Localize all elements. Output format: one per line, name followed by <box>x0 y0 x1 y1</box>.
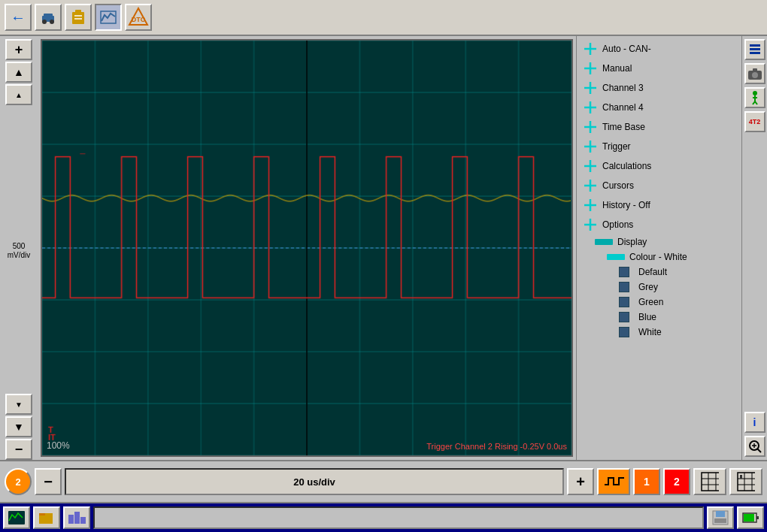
minus-button[interactable]: − <box>35 468 62 495</box>
channel2-button[interactable]: 2 <box>663 468 690 495</box>
cursors-icon <box>583 178 598 193</box>
menu-cursors[interactable]: Cursors <box>577 176 741 195</box>
save-button[interactable] <box>707 506 734 529</box>
scale-label: 500 mV/div <box>8 242 31 260</box>
menu-calculations[interactable]: Calculations <box>577 156 741 176</box>
svg-rect-66 <box>716 511 725 517</box>
grey-label: Grey <box>638 282 658 292</box>
plus-button[interactable]: + <box>567 468 594 495</box>
clipboard-button[interactable] <box>65 4 92 31</box>
svg-rect-35 <box>750 52 760 54</box>
zoom-minus-button[interactable]: − <box>5 439 32 460</box>
channel-select-button[interactable]: 4T2 <box>744 111 765 132</box>
history-label: History - Off <box>602 200 650 210</box>
menu-options[interactable]: Options <box>577 215 741 234</box>
green-label: Green <box>638 297 663 307</box>
grid-button[interactable] <box>693 468 726 495</box>
trigger-status: Trigger Channel 2 Rising -0.25V 0.0us <box>426 442 567 451</box>
channel4-label: Channel 4 <box>602 102 644 113</box>
taskbar-right-buttons <box>707 506 764 529</box>
svg-line-42 <box>755 101 757 104</box>
list-view-button[interactable] <box>744 39 765 60</box>
default-label: Default <box>638 267 667 277</box>
dtc-button[interactable]: DTC <box>125 4 152 31</box>
menu-channel3[interactable]: Channel 3 <box>577 78 741 98</box>
zoom-plus-button[interactable]: + <box>5 39 32 60</box>
wave-display-button[interactable] <box>597 468 630 495</box>
figure-button[interactable] <box>744 87 765 108</box>
svg-rect-34 <box>750 48 760 50</box>
menu-history[interactable]: History - Off <box>577 195 741 215</box>
chart-button[interactable] <box>95 4 122 31</box>
svg-rect-38 <box>753 68 757 71</box>
svg-point-2 <box>42 20 47 24</box>
scroll-up-button[interactable]: ▲ <box>5 62 32 83</box>
green-color-icon <box>619 297 629 307</box>
svg-rect-58 <box>740 475 742 479</box>
svg-point-3 <box>50 20 54 24</box>
trigger-icon <box>583 139 598 154</box>
taskbar-files-button[interactable] <box>33 506 60 529</box>
svg-rect-61 <box>39 513 45 515</box>
info-button[interactable]: i <box>744 412 765 433</box>
svg-point-37 <box>752 72 758 78</box>
zoom-indicator: 100% <box>47 440 70 451</box>
taskbar-spacer <box>93 506 704 529</box>
taskbar-data-button[interactable] <box>63 506 90 529</box>
default-color-icon <box>619 267 629 277</box>
channel-zero-button[interactable]: 2 <box>5 468 32 495</box>
menu-auto-can[interactable]: Auto - CAN- <box>577 39 741 59</box>
display-icon <box>595 237 613 246</box>
channel4-icon <box>583 100 598 115</box>
menu-manual[interactable]: Manual <box>577 59 741 78</box>
manual-label: Manual <box>602 63 632 74</box>
menu-trigger[interactable]: Trigger <box>577 137 741 156</box>
scroll-down-button[interactable]: ▼ <box>5 416 32 437</box>
time-per-div-display: 20 us/div <box>65 468 564 495</box>
options-icon <box>583 217 598 232</box>
right-menu-panel: Auto - CAN- Manual Channel 3 Channel 4 T… <box>576 36 741 460</box>
menu-white[interactable]: White <box>577 325 741 340</box>
menu-green[interactable]: Green <box>577 295 741 310</box>
taskbar <box>0 502 767 532</box>
timebase-icon <box>583 119 598 135</box>
menu-grey[interactable]: Grey <box>577 280 741 295</box>
scope-canvas <box>41 39 573 457</box>
car-button[interactable] <box>35 4 62 31</box>
white-label: White <box>638 327 662 337</box>
manual-icon <box>583 61 598 76</box>
scope-wrapper: 100% Trigger Channel 2 Rising -0.25V 0.0… <box>41 39 573 457</box>
camera-button[interactable] <box>744 63 765 84</box>
menu-channel4[interactable]: Channel 4 <box>577 98 741 117</box>
svg-rect-48 <box>702 473 719 491</box>
svg-rect-63 <box>74 512 80 524</box>
menu-blue[interactable]: Blue <box>577 310 741 325</box>
auto-can-icon <box>583 41 598 56</box>
svg-rect-64 <box>80 517 86 524</box>
history-icon <box>583 198 598 213</box>
menu-colour-white[interactable]: Colour - White <box>577 249 741 264</box>
menu-timebase[interactable]: Time Base <box>577 117 741 137</box>
menu-display[interactable]: Display <box>577 234 741 249</box>
zoom-button[interactable] <box>744 436 765 457</box>
display-label: Display <box>617 237 647 247</box>
svg-rect-67 <box>714 518 726 523</box>
svg-rect-33 <box>750 44 760 47</box>
settings-button[interactable] <box>729 468 762 495</box>
svg-point-39 <box>753 91 757 95</box>
svg-text:DTC: DTC <box>132 16 146 23</box>
scroll-up-small-button[interactable]: ▲ <box>5 84 32 105</box>
taskbar-scope-button[interactable] <box>3 506 30 529</box>
scroll-down-small-button[interactable]: ▼ <box>5 394 32 415</box>
back-button[interactable]: ← <box>5 4 32 31</box>
svg-rect-5 <box>75 10 81 13</box>
battery-button[interactable] <box>737 506 764 529</box>
white-color-icon <box>619 327 629 337</box>
channel3-label: Channel 3 <box>602 83 644 93</box>
blue-label: Blue <box>638 312 656 322</box>
menu-default[interactable]: Default <box>577 264 741 280</box>
channel1-button[interactable]: 1 <box>633 468 660 495</box>
grey-color-icon <box>619 282 629 292</box>
svg-line-45 <box>757 449 761 452</box>
svg-rect-69 <box>756 516 759 519</box>
